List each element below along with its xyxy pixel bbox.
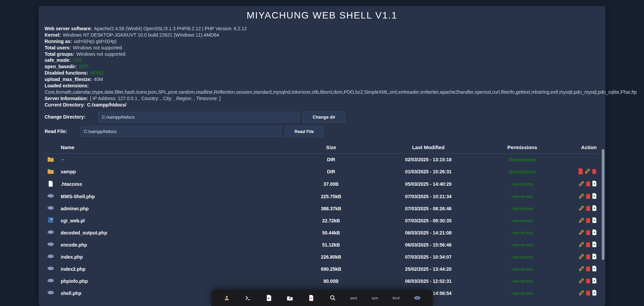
edit-icon[interactable]: [579, 254, 584, 260]
taskbar-sym[interactable]: sym: [370, 293, 380, 303]
edit-icon[interactable]: [579, 217, 584, 224]
table-row[interactable]: decoded_output.php50.44kB06/03/2025 - 14…: [45, 227, 599, 239]
loaded-ext-value: Core,bcmath,calendar,ctype,date,filter,h…: [45, 89, 637, 95]
download-icon[interactable]: [592, 242, 597, 248]
delete-icon[interactable]: [586, 217, 591, 224]
edit-icon[interactable]: [579, 290, 584, 297]
taskbar-upload-icon[interactable]: [285, 293, 296, 303]
total-groups-label: Total groups:: [45, 51, 74, 57]
edit-icon[interactable]: [579, 181, 584, 187]
delete-icon[interactable]: [586, 266, 591, 272]
col-action: Action: [562, 141, 599, 154]
file-name[interactable]: index.php: [58, 251, 287, 263]
download-icon[interactable]: [592, 217, 597, 224]
taskbar-filedoc-icon[interactable]: [306, 293, 317, 303]
download-icon[interactable]: [592, 254, 597, 260]
file-modified: 02/03/2025 - 13:15:18: [375, 154, 482, 166]
svg-point-23: [48, 267, 54, 270]
delete-icon[interactable]: [586, 278, 591, 285]
svg-rect-37: [310, 298, 313, 298]
file-actions: [562, 203, 599, 215]
svg-rect-13: [586, 218, 591, 219]
table-row[interactable]: ←DIR02/03/2025 - 13:15:18drwxrwxrwx: [45, 154, 599, 166]
edit-icon[interactable]: [579, 266, 584, 272]
file-name[interactable]: adminer.php: [58, 203, 287, 215]
file-actions: [562, 190, 599, 203]
edit-icon[interactable]: [579, 242, 584, 248]
download-icon[interactable]: [592, 193, 597, 200]
file-type-icon: [47, 169, 54, 174]
edit-icon[interactable]: [579, 193, 584, 200]
download-icon[interactable]: [592, 229, 597, 236]
svg-rect-27: [587, 278, 589, 279]
file-type-icon: [47, 217, 54, 223]
file-name[interactable]: encode.php: [58, 239, 287, 251]
delete-icon[interactable]: [592, 168, 597, 175]
file-type-icon: [47, 242, 54, 247]
file-name[interactable]: xampp: [58, 166, 287, 178]
file-actions: [562, 239, 599, 251]
file-permissions: -rw-rw-rw-: [482, 287, 562, 299]
curdir-label: Current Directory:: [45, 102, 85, 108]
file-name[interactable]: decoded_output.php: [58, 227, 287, 239]
file-permissions: drwxrwxrwx: [482, 166, 562, 178]
read-file-input[interactable]: [80, 126, 281, 137]
svg-rect-19: [586, 243, 591, 243]
file-name[interactable]: .htaccess: [58, 178, 287, 190]
change-dir-input[interactable]: [98, 112, 300, 122]
delete-icon[interactable]: [586, 193, 591, 200]
file-size: 22.72kB: [287, 215, 375, 227]
download-icon[interactable]: [592, 205, 597, 212]
delete-icon[interactable]: [586, 229, 591, 236]
delete-icon[interactable]: [586, 242, 591, 248]
taskbar-user-icon[interactable]: [221, 293, 232, 303]
taskbar-search-icon[interactable]: [327, 293, 338, 303]
taskbar-pwd[interactable]: pwd: [348, 293, 359, 303]
table-row[interactable]: index.php226.80kB07/03/2025 - 10:34:07-r…: [45, 251, 599, 263]
file-type-icon: [47, 206, 54, 210]
file-name[interactable]: cgi_web.pl: [58, 215, 287, 227]
file-modified: 07/03/2025 - 09:30:35: [375, 215, 482, 227]
table-row[interactable]: cgi_web.pl22.72kB07/03/2025 - 09:30:35-r…: [45, 215, 599, 227]
delete-icon[interactable]: [586, 290, 591, 297]
change-dir-button[interactable]: Change dir: [303, 112, 345, 123]
delete-icon[interactable]: [586, 205, 591, 212]
table-row[interactable]: xamppDIR01/03/2025 - 15:26:31drwxrwxrwx: [45, 166, 599, 178]
edit-icon[interactable]: [579, 278, 584, 285]
table-row[interactable]: phpinfo.php80.00B06/03/2025 - 12:02:31-r…: [45, 275, 599, 287]
scrollbar-thumb[interactable]: [602, 149, 604, 260]
delete-icon[interactable]: [586, 181, 591, 187]
file-actions: [562, 227, 599, 239]
taskbar-terminal-icon[interactable]: [243, 293, 253, 303]
file-name[interactable]: index2.php: [58, 263, 287, 275]
table-row[interactable]: .htaccess37.00B05/03/2025 - 14:40:29-rw-…: [45, 178, 599, 190]
download-icon[interactable]: [592, 278, 597, 285]
svg-rect-16: [586, 230, 591, 231]
file-permissions: -rw-rw-rw-: [482, 190, 562, 203]
file-modified: 07/03/2025 - 08:26:46: [375, 203, 482, 215]
download-icon[interactable]: [592, 181, 597, 187]
disabled-funcs-label: Disabled functions:: [45, 70, 88, 76]
taskbar-bind[interactable]: bind: [391, 293, 401, 303]
file-name[interactable]: phpinfo.php: [58, 275, 287, 287]
download-icon[interactable]: [592, 266, 597, 272]
download-icon[interactable]: [592, 290, 597, 297]
svg-rect-30: [587, 290, 589, 291]
edit-icon[interactable]: [579, 205, 584, 212]
delete-icon[interactable]: [586, 254, 591, 260]
file-permissions: -rw-rw-rw-: [482, 263, 562, 275]
table-row[interactable]: encode.php51.12kB06/03/2025 - 15:56:46-r…: [45, 239, 599, 251]
read-file-button[interactable]: Read File: [285, 126, 324, 137]
taskbar-php-icon[interactable]: php: [412, 293, 423, 303]
change-dir-row: Change Directory: Change dir: [45, 112, 599, 123]
table-row[interactable]: adminer.php388.37kB07/03/2025 - 08:26:46…: [45, 203, 599, 215]
table-row[interactable]: index2.php690.25kB25/02/2025 - 13:44:20-…: [45, 263, 599, 275]
edit-icon[interactable]: [585, 168, 590, 175]
file-name[interactable]: ←: [58, 154, 287, 166]
file-name[interactable]: MWS-Shell.php: [58, 190, 287, 203]
file-modified: 06/03/2025 - 14:21:08: [375, 227, 482, 239]
table-row[interactable]: MWS-Shell.php225.75kB07/03/2025 - 10:21:…: [45, 190, 599, 203]
edit-icon[interactable]: [579, 229, 584, 236]
rename-icon[interactable]: [578, 168, 583, 175]
taskbar-newfile-icon[interactable]: [264, 293, 274, 303]
